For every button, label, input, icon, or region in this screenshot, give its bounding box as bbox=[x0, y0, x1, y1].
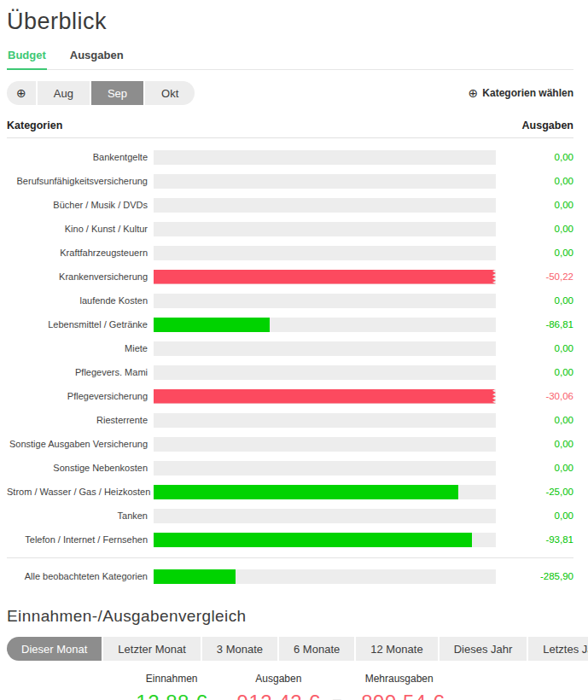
table-row: Lebensmittel / Getränke -86,81 bbox=[7, 312, 573, 336]
category-label: Bücher / Musik / DVDs bbox=[7, 200, 148, 210]
category-label: Kraftfahrzeugsteuern bbox=[7, 248, 148, 258]
budget-bar-track[interactable] bbox=[154, 485, 496, 499]
table-row: Bücher / Musik / DVDs 0,00 bbox=[7, 193, 573, 217]
add-month-button[interactable]: ⊕ bbox=[7, 81, 36, 105]
table-row: Sonstige Ausgaben Versicherung 0,00 bbox=[7, 432, 573, 456]
budget-bar-track[interactable] bbox=[154, 294, 496, 308]
budget-bar-track[interactable] bbox=[154, 270, 496, 284]
category-label: Kino / Kunst / Kultur bbox=[7, 224, 148, 234]
category-label: Sonstige Nebenkosten bbox=[7, 463, 148, 473]
month-segment-aug[interactable]: Aug bbox=[38, 81, 90, 105]
expense-value: 0,00 bbox=[505, 152, 573, 162]
budget-bar-track[interactable] bbox=[154, 413, 496, 428]
table-row: Riesterrente 0,00 bbox=[7, 408, 573, 432]
column-header-categories: Kategorien bbox=[7, 120, 62, 131]
expense-value: 0,00 bbox=[505, 224, 573, 234]
expense-value: 0,00 bbox=[505, 463, 573, 473]
category-label: Strom / Wasser / Gas / Heizkosten bbox=[7, 487, 148, 497]
net-label: Mehrausgaben bbox=[354, 673, 445, 685]
minus-sign: - bbox=[216, 693, 229, 700]
budget-bar-track[interactable] bbox=[154, 150, 496, 165]
month-segment-sep[interactable]: Sep bbox=[91, 81, 143, 105]
budget-bar-fill bbox=[154, 270, 496, 284]
expense-value: 912,42 € bbox=[237, 691, 320, 700]
plus-circle-icon: ⊕ bbox=[16, 87, 26, 99]
budget-bar-track[interactable] bbox=[154, 246, 496, 260]
choose-categories-label: Kategorien wählen bbox=[482, 87, 573, 99]
plus-circle-icon: ⊕ bbox=[469, 87, 479, 99]
budget-bar-track[interactable] bbox=[154, 318, 496, 332]
category-label: Alle beobachteten Kategorien bbox=[7, 571, 148, 581]
budget-bar-track[interactable] bbox=[154, 222, 496, 236]
category-label: Sonstige Ausgaben Versicherung bbox=[7, 439, 148, 449]
budget-bar-track[interactable] bbox=[154, 509, 496, 523]
expense-value: -285,90 bbox=[505, 571, 573, 581]
budget-bar-fill bbox=[154, 389, 496, 404]
table-header: Kategorien Ausgaben bbox=[7, 120, 573, 138]
expense-value: 0,00 bbox=[505, 248, 573, 258]
budget-bar-track[interactable] bbox=[154, 437, 496, 452]
table-row: Sonstige Nebenkosten 0,00 bbox=[7, 456, 573, 480]
period-segment-dieser-monat[interactable]: Dieser Monat bbox=[7, 637, 102, 661]
table-row: Telefon / Internet / Fernsehen -93,81 bbox=[7, 528, 573, 551]
equals-sign: = bbox=[329, 693, 346, 700]
income-block: Einnahmen 12,88 € bbox=[136, 673, 207, 700]
table-row: Bankentgelte 0,00 bbox=[7, 145, 573, 169]
month-segment-okt[interactable]: Okt bbox=[145, 81, 195, 105]
budget-total-row: Alle beobachteten Kategorien -285,90 bbox=[7, 557, 573, 588]
category-label: Bankentgelte bbox=[7, 152, 148, 162]
table-row: Berufsunfähigkeitsversicherung 0,00 bbox=[7, 169, 573, 193]
budget-bar-track[interactable] bbox=[154, 341, 496, 356]
category-label: laufende Kosten bbox=[7, 295, 148, 306]
table-row: laufende Kosten 0,00 bbox=[7, 289, 573, 312]
budget-bar-fill bbox=[154, 533, 472, 547]
budget-bar-track[interactable] bbox=[154, 533, 496, 547]
table-row: Alle beobachteten Kategorien -285,90 bbox=[7, 564, 573, 588]
category-label: Miete bbox=[7, 343, 148, 353]
expense-value: -93,81 bbox=[505, 534, 573, 545]
table-row: Pflegevers. Mami 0,00 bbox=[7, 360, 573, 384]
budget-rows: Bankentgelte 0,00 Berufsunfähigkeitsvers… bbox=[7, 145, 573, 551]
budget-bar-fill bbox=[154, 318, 270, 332]
month-selector: ⊕ AugSepOkt bbox=[7, 81, 195, 105]
budget-bar-track[interactable] bbox=[154, 365, 496, 380]
tab-budget[interactable]: Budget bbox=[7, 47, 47, 70]
expense-value: -30,06 bbox=[505, 391, 573, 401]
budget-bar-track[interactable] bbox=[154, 461, 496, 475]
category-label: Pflegevers. Mami bbox=[7, 367, 148, 377]
expense-label: Ausgaben bbox=[237, 673, 320, 685]
table-row: Kino / Kunst / Kultur 0,00 bbox=[7, 217, 573, 241]
budget-bar-track[interactable] bbox=[154, 198, 496, 213]
expense-value: -86,81 bbox=[505, 319, 573, 330]
category-label: Berufsunfähigkeitsversicherung bbox=[7, 176, 148, 186]
budget-bar-track[interactable] bbox=[154, 389, 496, 404]
period-segment-3-monate[interactable]: 3 Monate bbox=[202, 637, 277, 661]
period-segment-letzter-monat[interactable]: Letzter Monat bbox=[103, 637, 201, 661]
category-label: Riesterrente bbox=[7, 415, 148, 425]
period-selector: Dieser MonatLetzter Monat3 Monate6 Monat… bbox=[7, 637, 573, 661]
expense-value: 0,00 bbox=[505, 343, 573, 353]
choose-categories-button[interactable]: ⊕ Kategorien wählen bbox=[469, 87, 573, 99]
budget-bar-track[interactable] bbox=[154, 569, 496, 584]
expense-value: 0,00 bbox=[505, 295, 573, 306]
budget-bar-track[interactable] bbox=[154, 174, 496, 189]
category-label: Pflegeversicherung bbox=[7, 391, 148, 401]
budget-bar-fill bbox=[154, 485, 458, 499]
expense-value: 0,00 bbox=[505, 367, 573, 377]
toolbar: ⊕ AugSepOkt ⊕ Kategorien wählen bbox=[7, 81, 573, 105]
expense-block: Ausgaben 912,42 € bbox=[237, 673, 320, 700]
net-value: -899,54 € bbox=[354, 691, 445, 700]
table-row: Miete 0,00 bbox=[7, 336, 573, 360]
period-segment-6-monate[interactable]: 6 Monate bbox=[279, 637, 354, 661]
column-header-expenses: Ausgaben bbox=[522, 120, 573, 131]
period-segment-letztes-jahr[interactable]: Letztes Jahr bbox=[528, 637, 588, 661]
table-row: Strom / Wasser / Gas / Heizkosten -25,00 bbox=[7, 480, 573, 504]
income-value: 12,88 € bbox=[136, 691, 207, 700]
expense-value: 0,00 bbox=[505, 200, 573, 210]
tab-ausgaben[interactable]: Ausgaben bbox=[69, 47, 125, 69]
net-block: Mehrausgaben -899,54 € bbox=[354, 673, 445, 700]
period-segment-12-monate[interactable]: 12 Monate bbox=[356, 637, 437, 661]
period-segment-dieses-jahr[interactable]: Dieses Jahr bbox=[440, 637, 527, 661]
expense-value: 0,00 bbox=[505, 415, 573, 425]
category-label: Tanken bbox=[7, 510, 148, 521]
